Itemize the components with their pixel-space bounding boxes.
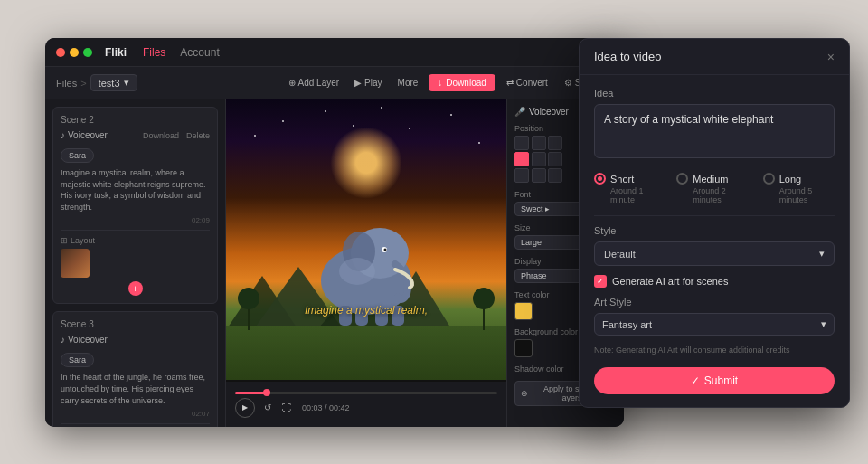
progress-thumb[interactable] xyxy=(263,389,270,396)
pos-mid-right[interactable] xyxy=(548,152,562,166)
radio-long-label: Long xyxy=(779,174,801,185)
pos-top-center[interactable] xyxy=(532,136,546,150)
pos-bot-center[interactable] xyxy=(532,168,546,183)
idea-to-video-modal: Idea to video × Idea A story of a mystic… xyxy=(579,38,850,408)
app-logo: Fliki xyxy=(105,46,127,59)
tree-left xyxy=(235,285,262,330)
scene-3-header: Scene 3 xyxy=(61,319,210,329)
modal-close-button[interactable]: × xyxy=(827,51,835,63)
total-time: 00:42 xyxy=(329,403,350,412)
convert-button[interactable]: ⇄ Convert xyxy=(501,75,553,90)
text-color-swatch[interactable] xyxy=(514,302,533,320)
layout-section-3: ⊞ Layout xyxy=(61,423,210,427)
layers-icon: ⊕ xyxy=(521,389,528,398)
position-grid[interactable] xyxy=(514,136,563,183)
modal-title: Idea to video xyxy=(594,50,661,63)
convert-icon: ⇄ xyxy=(506,78,514,88)
voice-name-2[interactable]: Sara xyxy=(61,148,94,163)
scene-3-text: In the heart of the jungle, he roams fre… xyxy=(61,372,210,406)
duration-long: Long Around 5 minutes xyxy=(763,173,835,204)
divider xyxy=(594,215,835,216)
nav-account[interactable]: Account xyxy=(180,46,219,59)
duration-short: Short Around 1 minute xyxy=(594,173,662,204)
chevron-down-icon: ▾ xyxy=(124,77,129,89)
scene-2-title: Scene 2 xyxy=(61,115,94,125)
radio-long-sublabel: Around 5 minutes xyxy=(763,186,835,204)
add-scene-2-button[interactable]: + xyxy=(128,281,143,296)
close-traffic-light[interactable] xyxy=(56,48,65,57)
voice-actions-2: Download Delete xyxy=(143,131,210,140)
progress-bar[interactable] xyxy=(235,392,497,394)
radio-short-sublabel: Around 1 minute xyxy=(594,186,662,204)
modal-header: Idea to video × xyxy=(580,39,849,75)
breadcrumb-files[interactable]: Files xyxy=(56,78,77,89)
generate-ai-label: Generate AI art for scenes xyxy=(612,276,728,287)
voiceover-label-2: ♪ Voiceover xyxy=(61,130,108,140)
tree-right xyxy=(470,285,497,330)
voiceover-row-2: ♪ Voiceover Download Delete xyxy=(61,130,210,140)
radio-long[interactable] xyxy=(763,173,775,185)
svg-point-8 xyxy=(384,249,387,251)
check-icon: ✓ xyxy=(691,374,700,387)
video-frame: Imagine a mystical realm, xyxy=(226,99,506,380)
app-body: Scene 2 ♪ Voiceover Download Delete Sara… xyxy=(45,99,624,427)
scene-2-header: Scene 2 xyxy=(61,115,210,125)
radio-medium-label: Medium xyxy=(693,174,728,185)
art-style-select[interactable]: Fantasy art ▾ xyxy=(594,313,835,336)
modal-body: Idea A story of a mystical white elephan… xyxy=(580,75,849,407)
scene-controls: ⊕ Add Layer ▶ Play More xyxy=(283,75,424,90)
play-button[interactable]: ▶ Play xyxy=(349,75,387,90)
radio-medium[interactable] xyxy=(676,173,688,185)
pos-top-left[interactable] xyxy=(514,136,529,150)
pos-bot-left[interactable] xyxy=(514,168,529,183)
submit-button[interactable]: ✓ Submit xyxy=(594,367,835,394)
add-scene-button[interactable]: ⊕ Add Layer xyxy=(283,75,345,90)
pos-bot-right[interactable] xyxy=(548,168,562,183)
chevron-down-icon-art: ▾ xyxy=(821,318,826,330)
music-icon: ♪ xyxy=(61,130,65,140)
play-pause-button[interactable]: ▶ xyxy=(235,398,255,418)
minimize-traffic-light[interactable] xyxy=(70,48,79,57)
add-icon: ⊕ xyxy=(288,78,296,88)
pos-top-right[interactable] xyxy=(548,136,562,150)
app-window: Fliki Files Account Files > test3 ▾ ⊕ Ad… xyxy=(45,38,624,427)
generate-ai-checkbox[interactable]: ✓ xyxy=(594,275,607,288)
voiceover-row-3: ♪ Voiceover xyxy=(61,335,210,345)
download-icon: ↓ xyxy=(438,78,442,88)
more-button[interactable]: More xyxy=(392,75,424,90)
style-select[interactable]: Default ▾ xyxy=(594,241,835,266)
duration-row: Short Around 1 minute Medium Around 2 mi… xyxy=(594,173,835,204)
chevron-down-icon-style: ▾ xyxy=(819,248,825,260)
fullscreen-button[interactable]: ⛶ xyxy=(280,401,293,414)
current-time: 00:03 xyxy=(302,403,323,412)
rewind-button[interactable]: ↺ xyxy=(262,401,273,414)
idea-field-label: Idea xyxy=(594,88,835,99)
credits-note: Note: Generating AI Art will consume add… xyxy=(594,345,835,356)
layout-section-2: ⊞ Layout xyxy=(61,230,210,278)
download-voice-link[interactable]: Download xyxy=(143,131,179,140)
delete-voice-link[interactable]: Delete xyxy=(186,131,210,140)
nav-files[interactable]: Files xyxy=(143,46,165,59)
breadcrumb-project[interactable]: test3 ▾ xyxy=(90,74,137,91)
breadcrumb-sep: > xyxy=(80,78,86,89)
bg-color-swatch[interactable] xyxy=(514,339,533,357)
layout-thumb-2[interactable] xyxy=(61,249,90,278)
scene-3-timestamp: 02:07 xyxy=(61,410,210,418)
art-style-row: Fantasy art ▾ xyxy=(594,313,835,336)
style-label: Style xyxy=(594,225,835,236)
play-icon: ▶ xyxy=(354,78,362,88)
download-button[interactable]: ↓ Download xyxy=(429,74,495,91)
idea-textarea[interactable]: A story of a mystical white elephant xyxy=(594,104,835,158)
maximize-traffic-light[interactable] xyxy=(83,48,92,57)
mic-icon: 🎤 xyxy=(514,107,525,117)
progress-fill xyxy=(235,392,267,394)
pos-mid-center[interactable] xyxy=(532,152,546,166)
video-panel: Imagine a mystical realm, ▶ ↺ ⛶ 00:03 / … xyxy=(226,99,506,427)
voice-name-3[interactable]: Sara xyxy=(61,353,94,367)
pos-mid-left[interactable] xyxy=(514,152,529,166)
radio-short[interactable] xyxy=(594,173,606,185)
svg-point-13 xyxy=(339,258,375,285)
scene-2-timestamp: 02:09 xyxy=(61,216,210,224)
radio-short-label: Short xyxy=(610,174,634,185)
scene-card-2: Scene 2 ♪ Voiceover Download Delete Sara… xyxy=(52,107,218,304)
